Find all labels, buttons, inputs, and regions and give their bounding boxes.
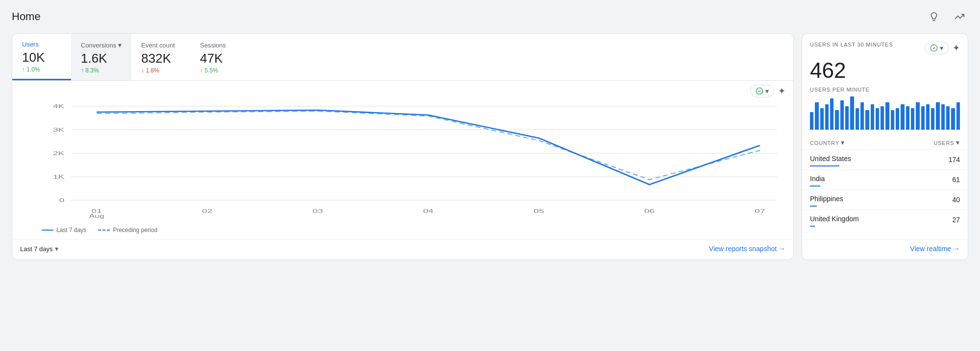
bar: [881, 106, 884, 130]
bar: [845, 106, 849, 130]
users-arrow: [22, 66, 25, 73]
bar: [835, 110, 838, 130]
chart-toolbar: ▾ ✦: [12, 81, 793, 97]
event-count-change: 1.8%: [141, 67, 180, 74]
table-row: India61: [802, 170, 968, 190]
bar: [906, 106, 909, 130]
tab-conversions[interactable]: Conversions ▾ 1.6K 8.3%: [71, 34, 131, 80]
chevron-down-icon-right: ▾: [940, 44, 943, 52]
country-users: 40: [903, 190, 968, 210]
main-chart-card: Users 10K 1.0% Conversions ▾ 1.6K 8.3%: [12, 33, 794, 260]
bar: [810, 112, 813, 130]
sessions-change: 5.5%: [200, 67, 239, 74]
right-sparkle-button[interactable]: ✦: [953, 43, 960, 53]
compare-button[interactable]: ▾: [750, 85, 774, 97]
users-col-header: USERS ▾: [903, 136, 968, 150]
main-content: Users 10K 1.0% Conversions ▾ 1.6K 8.3%: [0, 29, 980, 268]
country-name: Philippines: [802, 190, 903, 210]
trending-icon: [954, 11, 965, 22]
tab-sessions[interactable]: Sessions 47K 5.5%: [190, 34, 249, 80]
period-selector[interactable]: Last 7 days ▾: [20, 245, 58, 253]
users-per-minute-chart: [802, 96, 968, 136]
country-name: India: [802, 170, 903, 190]
page-header: Home: [0, 0, 980, 29]
bar: [820, 108, 824, 130]
svg-text:2K: 2K: [53, 150, 65, 156]
sessions-label: Sessions: [200, 42, 239, 49]
bar: [911, 108, 914, 130]
lightbulb-icon: [929, 11, 939, 22]
conversions-change: 8.3%: [81, 67, 122, 74]
country-bar: [810, 226, 815, 227]
legend-solid-label: Last 7 days: [56, 227, 86, 234]
sparkle-button[interactable]: ✦: [778, 86, 785, 96]
svg-text:03: 03: [313, 208, 323, 214]
analytics-button[interactable]: [951, 8, 968, 25]
users-dropdown-icon[interactable]: ▾: [956, 139, 960, 146]
country-name: United Kingdom: [802, 210, 903, 230]
users-change: 1.0%: [22, 66, 61, 73]
users-30min-value: 462: [802, 58, 968, 87]
country-users: 61: [903, 170, 968, 190]
chart-area: 4K 3K 2K 1K 0 01 Aug 02 03 04 05 06 07: [12, 97, 793, 223]
table-row: Philippines40: [802, 190, 968, 210]
bar: [921, 106, 925, 130]
bar: [896, 108, 899, 130]
chart-legend: Last 7 days Preceding period: [12, 223, 793, 239]
tab-event-count[interactable]: Event count 832K 1.8%: [131, 34, 190, 80]
bar: [891, 110, 894, 130]
view-realtime-link[interactable]: View realtime →: [910, 245, 960, 253]
bar: [885, 102, 889, 130]
right-compare-button[interactable]: ▾: [925, 42, 949, 54]
bar: [840, 100, 844, 130]
bar: [830, 98, 833, 130]
bar: [936, 102, 939, 130]
legend-dashed: Preceding period: [98, 227, 157, 234]
right-card-label: USERS IN LAST 30 MINUTES: [810, 42, 893, 47]
users-value: 10K: [22, 50, 61, 65]
bar: [856, 108, 859, 130]
country-name: United States: [802, 150, 903, 170]
legend-dashed-label: Preceding period: [113, 227, 157, 234]
svg-text:06: 06: [644, 208, 655, 214]
tab-users[interactable]: Users 10K 1.0%: [12, 34, 71, 80]
check-circle-icon: [756, 87, 763, 95]
bar: [946, 106, 950, 130]
bar: [825, 104, 829, 130]
bar: [951, 108, 955, 130]
legend-solid: Last 7 days: [42, 227, 86, 234]
bar: [931, 108, 934, 130]
country-bar: [810, 165, 839, 166]
bar: [941, 104, 945, 130]
svg-text:0: 0: [59, 197, 65, 203]
bar: [860, 102, 864, 130]
right-card-controls: ▾ ✦: [925, 42, 960, 54]
bar: [871, 104, 874, 130]
table-row: United States174: [802, 150, 968, 170]
bar: [876, 108, 879, 130]
country-bar: [810, 186, 820, 187]
lightbulb-button[interactable]: [925, 8, 943, 25]
svg-text:02: 02: [202, 208, 212, 214]
event-count-value: 832K: [141, 51, 180, 66]
svg-text:05: 05: [534, 208, 544, 214]
view-reports-link[interactable]: View reports snapshot →: [709, 245, 785, 253]
svg-text:04: 04: [423, 208, 434, 214]
period-chevron-icon: ▾: [55, 245, 58, 253]
line-chart: 4K 3K 2K 1K 0 01 Aug 02 03 04 05 06 07: [20, 101, 785, 219]
conversions-label: Conversions ▾: [81, 41, 122, 49]
country-users: 27: [903, 210, 968, 230]
right-card-footer: View realtime →: [802, 239, 968, 259]
page-title: Home: [12, 10, 41, 23]
bar: [865, 110, 869, 130]
header-icons: [925, 8, 968, 25]
svg-text:4K: 4K: [53, 103, 65, 109]
bar: [901, 104, 904, 130]
right-card-header: USERS IN LAST 30 MINUTES ▾ ✦: [802, 34, 968, 58]
dashed-line-icon: [98, 230, 110, 231]
users-per-minute-label: USERS PER MINUTE: [802, 87, 968, 96]
svg-text:Aug: Aug: [89, 213, 104, 219]
bar: [956, 102, 960, 130]
country-dropdown-icon[interactable]: ▾: [841, 139, 845, 146]
check-circle-icon-right: [930, 44, 938, 52]
